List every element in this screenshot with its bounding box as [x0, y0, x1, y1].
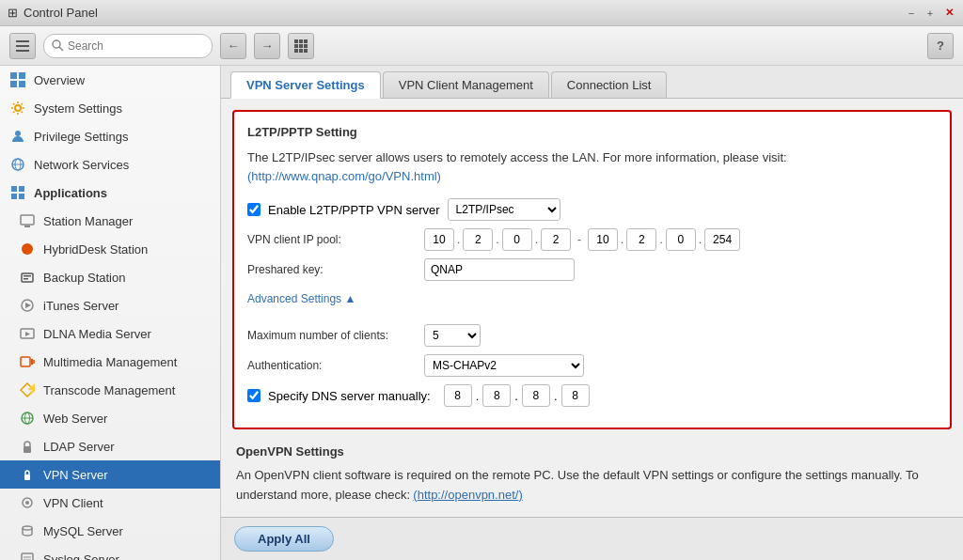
sidebar-label-vpn-client: VPN Client	[43, 496, 103, 510]
svg-rect-16	[10, 81, 17, 87]
openvpn-link[interactable]: (http://openvpn.net/)	[413, 488, 522, 502]
svg-rect-14	[10, 72, 17, 79]
auth-label: Authentication:	[247, 359, 417, 372]
close-button[interactable]: ✕	[942, 7, 955, 20]
sidebar-item-dlna-media-server[interactable]: DLNA Media Server	[0, 319, 220, 348]
svg-rect-28	[24, 226, 30, 227]
advanced-settings-link[interactable]: Advanced Settings ▲	[247, 292, 355, 305]
svg-text:⚡: ⚡	[25, 382, 35, 397]
tab-connection-list[interactable]: Connection List	[551, 71, 668, 98]
sidebar-label-overview: Overview	[34, 73, 85, 87]
protocol-select[interactable]: L2TP/IPsec PPTP	[448, 198, 560, 221]
apply-all-button[interactable]: Apply All	[234, 526, 334, 552]
sidebar-label-mysql-server: MySQL Server	[43, 524, 123, 538]
l2tp-info-link[interactable]: (http://www.qnap.com/go/VPN.html)	[247, 169, 441, 183]
svg-point-47	[23, 526, 32, 530]
vpn-server-icon	[19, 466, 36, 483]
svg-rect-25	[11, 194, 17, 199]
preshared-key-input[interactable]	[424, 258, 575, 281]
sidebar-item-backup-station[interactable]: Backup Station	[0, 263, 220, 291]
ip-pool-inputs: . . . - . . .	[424, 228, 740, 251]
svg-rect-23	[11, 186, 17, 192]
ip-end-1[interactable]	[588, 228, 618, 251]
ip-end-2[interactable]	[626, 228, 656, 251]
ip-end-3[interactable]	[666, 228, 696, 251]
enable-vpn-row: Enable L2TP/PPTP VPN server L2TP/IPsec P…	[247, 198, 937, 221]
sidebar-item-syslog-server[interactable]: Syslog Server	[0, 545, 220, 560]
system-settings-icon	[9, 100, 26, 117]
max-clients-select[interactable]: 5 10 20	[424, 324, 481, 347]
itunes-server-icon	[19, 297, 36, 314]
sidebar-item-privilege-settings[interactable]: Privilege Settings	[0, 122, 220, 150]
search-input[interactable]	[68, 39, 190, 53]
ip-part-2[interactable]	[463, 228, 493, 251]
content-area: VPN Server Settings VPN Client Managemen…	[221, 66, 963, 560]
sidebar-label-itunes-server: iTunes Server	[43, 299, 118, 313]
dns-part-4[interactable]	[561, 384, 590, 407]
tab-bar: VPN Server Settings VPN Client Managemen…	[221, 66, 963, 99]
mysql-icon	[19, 522, 36, 539]
sidebar-item-itunes-server[interactable]: iTunes Server	[0, 291, 220, 319]
auth-select[interactable]: MS-CHAPv2 CHAP PAP	[424, 354, 584, 377]
scroll-area: L2TP/PPTP Setting The L2TP/IPsec server …	[221, 99, 963, 517]
back-button[interactable]: ←	[220, 33, 246, 59]
sidebar-label-transcode-management: Transcode Management	[43, 383, 175, 397]
tab-vpn-client-management[interactable]: VPN Client Management	[383, 71, 549, 98]
minimize-button[interactable]: −	[905, 7, 918, 20]
ip-part-3[interactable]	[502, 228, 532, 251]
tab-vpn-server-settings[interactable]: VPN Server Settings	[230, 71, 381, 99]
sidebar-item-network-services[interactable]: Network Services	[0, 150, 220, 179]
dns-part-1[interactable]	[444, 384, 472, 407]
svg-rect-30	[22, 273, 33, 282]
svg-point-46	[25, 501, 29, 505]
vpn-client-icon	[19, 494, 36, 511]
sidebar-item-ldap-server[interactable]: LDAP Server	[0, 432, 220, 460]
toolbar: ← → ?	[0, 26, 963, 66]
ip-part-1[interactable]	[424, 228, 454, 251]
svg-rect-17	[19, 81, 25, 87]
svg-rect-8	[294, 44, 298, 48]
max-clients-row: Maximum number of clients: 5 10 20	[247, 324, 937, 347]
openvpn-info-text: An OpenVPN client software is required o…	[236, 466, 948, 506]
sidebar-label-applications: Applications	[34, 186, 107, 200]
syslog-icon	[19, 551, 36, 560]
svg-rect-15	[19, 72, 25, 79]
sidebar-item-hybriddesk-station[interactable]: HybridDesk Station	[0, 235, 220, 263]
forward-button[interactable]: →	[254, 33, 280, 59]
sidebar-item-vpn-server[interactable]: VPN Server	[0, 460, 220, 489]
enable-vpn-checkbox[interactable]	[247, 203, 260, 216]
enable-vpn-label: Enable L2TP/PPTP VPN server	[268, 203, 440, 217]
preshared-key-label: Preshared key:	[247, 263, 417, 276]
dns-checkbox[interactable]	[247, 389, 260, 402]
title-bar: ⊞ Control Panel − + ✕	[0, 0, 963, 26]
sidebar-item-web-server[interactable]: Web Server	[0, 404, 220, 432]
dns-part-2[interactable]	[482, 384, 511, 407]
sidebar-item-transcode-management[interactable]: ⚡ Transcode Management	[0, 376, 220, 404]
svg-rect-27	[21, 215, 34, 225]
sidebar-item-multimedia-management[interactable]: Multimedia Management	[0, 348, 220, 376]
sidebar-item-applications[interactable]: Applications	[0, 179, 220, 207]
web-server-icon	[19, 410, 36, 427]
ip-part-4[interactable]	[541, 228, 571, 251]
apps-button[interactable]	[288, 33, 314, 59]
l2tp-settings-box: L2TP/PPTP Setting The L2TP/IPsec server …	[232, 110, 952, 429]
sidebar-item-vpn-client[interactable]: VPN Client	[0, 489, 220, 517]
hybriddesk-icon	[19, 241, 36, 257]
sidebar-toggle-button[interactable]	[9, 33, 36, 59]
sidebar: Overview System Settings Privilege Setti…	[0, 66, 221, 560]
help-button[interactable]: ?	[927, 33, 954, 59]
svg-point-29	[22, 243, 33, 255]
dns-part-3[interactable]	[522, 384, 550, 407]
sidebar-label-web-server: Web Server	[43, 412, 107, 426]
sidebar-item-overview[interactable]: Overview	[0, 66, 220, 94]
dns-row: Specify DNS server manually: . . .	[247, 384, 937, 407]
sidebar-item-system-settings[interactable]: System Settings	[0, 94, 220, 122]
sidebar-item-mysql-server[interactable]: MySQL Server	[0, 517, 220, 545]
ip-end-4[interactable]	[704, 228, 740, 251]
sidebar-item-station-manager[interactable]: Station Manager	[0, 207, 220, 235]
sidebar-label-hybriddesk-station: HybridDesk Station	[43, 242, 148, 257]
maximize-button[interactable]: +	[924, 7, 937, 20]
title-bar-icon: ⊞	[8, 6, 18, 20]
main-layout: Overview System Settings Privilege Setti…	[0, 66, 963, 560]
auth-row: Authentication: MS-CHAPv2 CHAP PAP	[247, 354, 937, 377]
